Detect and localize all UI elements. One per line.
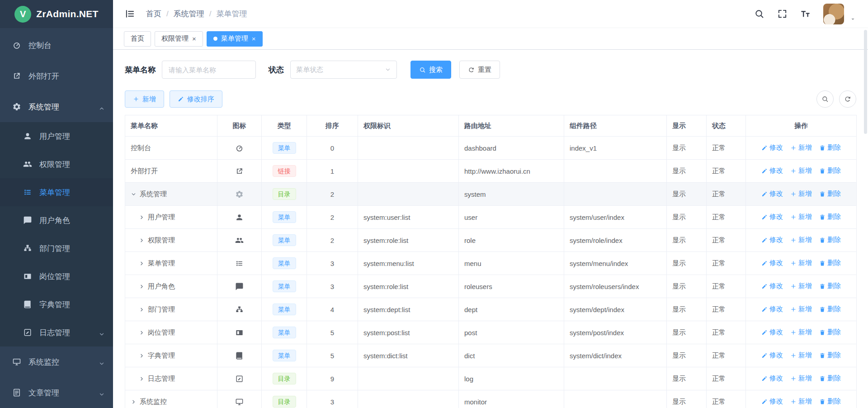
tab-1[interactable]: 权限管理× — [155, 31, 203, 47]
sidebar-subitem-4[interactable]: 部门管理 — [0, 234, 113, 262]
reset-button[interactable]: 重置 — [459, 61, 500, 79]
delete-button[interactable]: 删除 — [819, 166, 841, 175]
perm-value: system:user:list — [358, 206, 459, 229]
app-root: V ZrAdmin.NET 控制台外部打开系统管理用户管理权限管理菜单管理用户角… — [0, 0, 868, 408]
edit-button[interactable]: 修改 — [761, 190, 783, 198]
row-expand-icon[interactable] — [139, 353, 145, 359]
add-button[interactable]: 新增 — [790, 190, 812, 198]
edit-button[interactable]: 修改 — [761, 282, 783, 290]
row-expand-icon[interactable] — [139, 214, 145, 220]
edit-button[interactable]: 修改 — [761, 374, 783, 383]
edit-button[interactable]: 修改 — [761, 328, 783, 337]
row-expand-icon[interactable] — [139, 284, 145, 289]
add-button[interactable]: 新增 — [790, 259, 812, 267]
toggle-search-icon[interactable] — [816, 90, 834, 108]
edit-button[interactable]: 修改 — [761, 259, 783, 267]
delete-button[interactable]: 删除 — [819, 374, 841, 383]
menu-item-label: 控制台 — [28, 40, 105, 51]
add-button[interactable]: 新增 — [790, 397, 812, 406]
collapse-sidebar-icon[interactable] — [125, 9, 135, 19]
sidebar-subitem-0[interactable]: 用户管理 — [0, 122, 113, 150]
row-expand-icon[interactable] — [139, 237, 145, 243]
menu-item-label: 系统管理 — [28, 102, 99, 112]
sidebar-menu: 控制台外部打开系统管理用户管理权限管理菜单管理用户角色部门管理岗位管理字典管理日… — [0, 28, 113, 408]
edit-button[interactable]: 修改 — [761, 166, 783, 175]
component-value: system/menu/index — [564, 252, 667, 275]
breadcrumb-item[interactable]: 系统管理 — [174, 9, 204, 19]
header-search-icon[interactable] — [754, 9, 764, 19]
breadcrumb-item[interactable]: 首页 — [146, 9, 161, 19]
tab-label: 权限管理 — [161, 34, 189, 43]
sidebar-item-3[interactable]: 系统监控 — [0, 346, 113, 377]
row-expand-icon[interactable] — [131, 399, 137, 405]
status-select[interactable]: 菜单状态 — [290, 61, 397, 79]
sidebar-subitem-2[interactable]: 菜单管理 — [0, 178, 113, 206]
delete-button[interactable]: 删除 — [819, 397, 841, 406]
delete-button[interactable]: 删除 — [819, 143, 841, 152]
app-logo[interactable]: V ZrAdmin.NET — [0, 0, 113, 28]
add-button[interactable]: 新增 — [790, 236, 812, 244]
row-expand-icon[interactable] — [139, 376, 145, 382]
sidebar-subitem-1[interactable]: 权限管理 — [0, 150, 113, 178]
sidebar-item-2[interactable]: 系统管理 — [0, 91, 113, 122]
delete-button[interactable]: 删除 — [819, 351, 841, 360]
text-size-icon[interactable] — [800, 9, 811, 19]
avatar-dropdown-caret-icon[interactable] — [849, 16, 856, 23]
add-button[interactable]: 新增 — [790, 351, 812, 360]
add-button[interactable]: 新增 — [790, 374, 812, 383]
reset-button-label: 重置 — [478, 66, 491, 74]
delete-button[interactable]: 删除 — [819, 282, 841, 290]
add-button[interactable]: 新增 — [790, 305, 812, 313]
delete-button[interactable]: 删除 — [819, 213, 841, 221]
edit-sort-button[interactable]: 修改排序 — [170, 90, 222, 108]
add-button[interactable]: 新增 — [790, 328, 812, 337]
tab-close-icon[interactable]: × — [192, 35, 196, 42]
sidebar-item-0[interactable]: 控制台 — [0, 30, 113, 61]
add-menu-button[interactable]: 新增 — [125, 90, 164, 108]
delete-button[interactable]: 删除 — [819, 259, 841, 267]
edit-button[interactable]: 修改 — [761, 143, 783, 152]
tab-close-icon[interactable]: × — [252, 35, 256, 42]
add-button[interactable]: 新增 — [790, 143, 812, 152]
type-tag: 目录 — [273, 373, 296, 385]
sort-value: 5 — [307, 344, 358, 367]
column-header: 菜单名称 — [125, 115, 217, 137]
sidebar-subitem-5[interactable]: 岗位管理 — [0, 262, 113, 290]
edit-button[interactable]: 修改 — [761, 236, 783, 244]
tab-2[interactable]: 菜单管理× — [207, 31, 263, 47]
delete-button[interactable]: 删除 — [819, 190, 841, 198]
edit-button[interactable]: 修改 — [761, 351, 783, 360]
row-expand-icon[interactable] — [139, 330, 145, 336]
page-scrollbar[interactable] — [864, 30, 867, 134]
refresh-table-icon[interactable] — [839, 90, 856, 108]
add-button[interactable]: 新增 — [790, 282, 812, 290]
breadcrumb: 首页/系统管理/菜单管理 — [146, 9, 247, 19]
sidebar-item-4[interactable]: 文章管理 — [0, 377, 113, 408]
fullscreen-icon[interactable] — [777, 9, 788, 19]
perm-value — [358, 160, 459, 183]
sidebar-subitem-6[interactable]: 字典管理 — [0, 290, 113, 318]
add-button[interactable]: 新增 — [790, 166, 812, 175]
search-button[interactable]: 搜索 — [410, 61, 451, 79]
add-button[interactable]: 新增 — [790, 213, 812, 221]
tab-0[interactable]: 首页 — [124, 31, 151, 47]
edit-button[interactable]: 修改 — [761, 397, 783, 406]
tree-icon — [217, 298, 262, 321]
sort-value: 3 — [307, 390, 358, 408]
menu-name-input[interactable] — [162, 61, 256, 79]
edit-icon — [178, 96, 184, 102]
sidebar-item-1[interactable]: 外部打开 — [0, 61, 113, 91]
edit-button[interactable]: 修改 — [761, 305, 783, 313]
search-button-label: 搜索 — [429, 66, 443, 74]
row-expand-icon[interactable] — [139, 307, 145, 313]
row-expand-icon[interactable] — [139, 261, 145, 266]
delete-button[interactable]: 删除 — [819, 305, 841, 313]
edit-button[interactable]: 修改 — [761, 213, 783, 221]
user-avatar[interactable] — [823, 4, 844, 24]
sidebar-subitem-3[interactable]: 用户角色 — [0, 206, 113, 234]
delete-button[interactable]: 删除 — [819, 328, 841, 337]
sort-value: 0 — [307, 137, 358, 160]
sidebar-subitem-7[interactable]: 日志管理 — [0, 318, 113, 346]
row-collapse-icon[interactable] — [131, 191, 137, 197]
delete-button[interactable]: 删除 — [819, 236, 841, 244]
